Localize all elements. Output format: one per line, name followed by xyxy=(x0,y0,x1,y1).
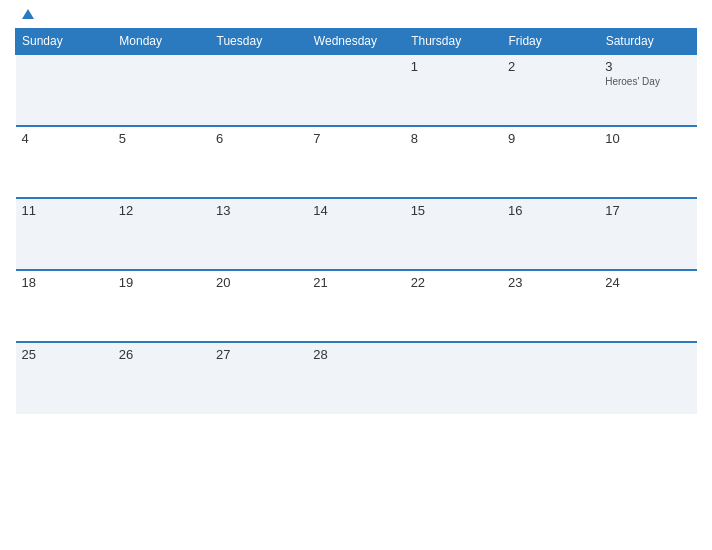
calendar-cell: 27 xyxy=(210,342,307,414)
day-number: 18 xyxy=(22,275,107,290)
day-number: 17 xyxy=(605,203,690,218)
calendar-cell: 10 xyxy=(599,126,696,198)
day-number: 12 xyxy=(119,203,204,218)
calendar-cell: 21 xyxy=(307,270,404,342)
weekday-header-friday: Friday xyxy=(502,29,599,55)
calendar-cell: 28 xyxy=(307,342,404,414)
calendar-cell: 1 xyxy=(405,54,502,126)
day-number: 5 xyxy=(119,131,204,146)
day-number: 26 xyxy=(119,347,204,362)
calendar-cell: 26 xyxy=(113,342,210,414)
day-number: 19 xyxy=(119,275,204,290)
calendar-cell xyxy=(113,54,210,126)
day-number: 28 xyxy=(313,347,398,362)
day-number: 3 xyxy=(605,59,690,74)
calendar-cell: 4 xyxy=(16,126,113,198)
weekday-header-sunday: Sunday xyxy=(16,29,113,55)
calendar-header xyxy=(15,10,697,20)
day-number: 20 xyxy=(216,275,301,290)
day-number: 21 xyxy=(313,275,398,290)
weekday-header-tuesday: Tuesday xyxy=(210,29,307,55)
calendar-cell: 7 xyxy=(307,126,404,198)
calendar-cell xyxy=(405,342,502,414)
calendar-cell xyxy=(502,342,599,414)
weekday-header-row: SundayMondayTuesdayWednesdayThursdayFrid… xyxy=(16,29,697,55)
week-row-3: 11121314151617 xyxy=(16,198,697,270)
weekday-header-monday: Monday xyxy=(113,29,210,55)
day-number: 10 xyxy=(605,131,690,146)
calendar-cell: 25 xyxy=(16,342,113,414)
day-number: 11 xyxy=(22,203,107,218)
calendar-cell: 17 xyxy=(599,198,696,270)
calendar-cell: 5 xyxy=(113,126,210,198)
holiday-label: Heroes' Day xyxy=(605,76,690,87)
calendar-cell: 24 xyxy=(599,270,696,342)
logo-triangle-icon xyxy=(22,9,34,19)
calendar-cell xyxy=(599,342,696,414)
calendar-cell xyxy=(307,54,404,126)
calendar-table: SundayMondayTuesdayWednesdayThursdayFrid… xyxy=(15,28,697,414)
day-number: 1 xyxy=(411,59,496,74)
calendar-cell: 8 xyxy=(405,126,502,198)
calendar-cell: 16 xyxy=(502,198,599,270)
day-number: 6 xyxy=(216,131,301,146)
calendar-cell: 2 xyxy=(502,54,599,126)
calendar-cell xyxy=(16,54,113,126)
week-row-5: 25262728 xyxy=(16,342,697,414)
week-row-1: 123Heroes' Day xyxy=(16,54,697,126)
day-number: 15 xyxy=(411,203,496,218)
calendar-cell: 23 xyxy=(502,270,599,342)
calendar-cell: 11 xyxy=(16,198,113,270)
calendar-cell: 22 xyxy=(405,270,502,342)
calendar-cell xyxy=(210,54,307,126)
day-number: 25 xyxy=(22,347,107,362)
week-row-4: 18192021222324 xyxy=(16,270,697,342)
calendar-cell: 12 xyxy=(113,198,210,270)
calendar-cell: 9 xyxy=(502,126,599,198)
calendar-cell: 13 xyxy=(210,198,307,270)
logo xyxy=(20,10,34,20)
day-number: 7 xyxy=(313,131,398,146)
calendar-container: SundayMondayTuesdayWednesdayThursdayFrid… xyxy=(0,0,712,550)
day-number: 4 xyxy=(22,131,107,146)
day-number: 27 xyxy=(216,347,301,362)
weekday-header-thursday: Thursday xyxy=(405,29,502,55)
day-number: 22 xyxy=(411,275,496,290)
calendar-cell: 15 xyxy=(405,198,502,270)
weekday-header-wednesday: Wednesday xyxy=(307,29,404,55)
day-number: 23 xyxy=(508,275,593,290)
day-number: 24 xyxy=(605,275,690,290)
calendar-cell: 19 xyxy=(113,270,210,342)
week-row-2: 45678910 xyxy=(16,126,697,198)
calendar-cell: 18 xyxy=(16,270,113,342)
calendar-cell: 20 xyxy=(210,270,307,342)
day-number: 16 xyxy=(508,203,593,218)
day-number: 8 xyxy=(411,131,496,146)
day-number: 13 xyxy=(216,203,301,218)
weekday-header-saturday: Saturday xyxy=(599,29,696,55)
day-number: 14 xyxy=(313,203,398,218)
calendar-cell: 14 xyxy=(307,198,404,270)
day-number: 9 xyxy=(508,131,593,146)
day-number: 2 xyxy=(508,59,593,74)
calendar-cell: 3Heroes' Day xyxy=(599,54,696,126)
calendar-cell: 6 xyxy=(210,126,307,198)
